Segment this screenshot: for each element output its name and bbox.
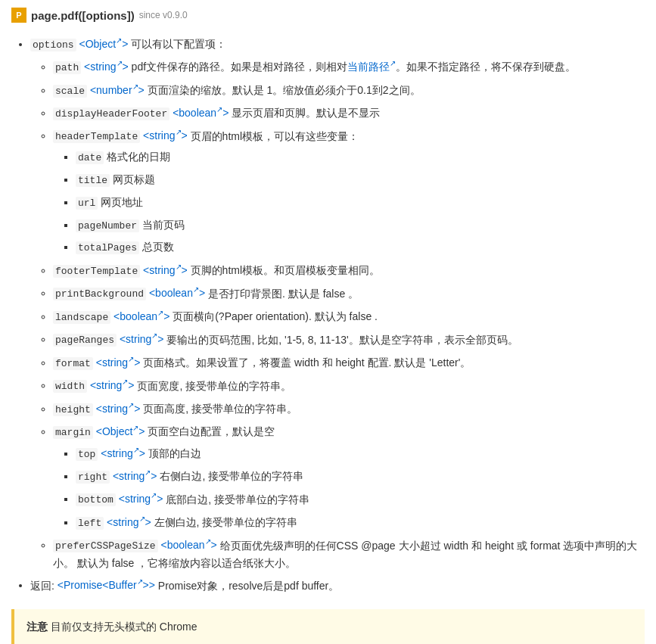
width-type-link[interactable]: <string↗> xyxy=(90,379,135,391)
var-pagenumber-desc: 当前页码 xyxy=(139,219,185,231)
var-pagenumber-label: pageNumber xyxy=(76,219,139,232)
format-type-link[interactable]: <string↗> xyxy=(96,356,141,369)
ft-label: footerTemplate xyxy=(53,265,140,278)
var-date: date 格式化的日期 xyxy=(76,148,645,166)
pr-desc: 要输出的页码范围, 比如, '1-5, 8, 11-13'。默认是空字符串，表示… xyxy=(166,333,518,345)
pb-type-link[interactable]: <boolean↗> xyxy=(149,287,205,299)
var-totalpages-label: totalPages xyxy=(76,241,139,254)
list-item-returns: 返回: <Promise<Buffer↗>> Promise对象，resolve… xyxy=(30,577,645,594)
pr-type-link[interactable]: <string↗> xyxy=(120,333,164,345)
format-desc: 页面格式。如果设置了，将覆盖 width 和 height 配置. 默认是 'L… xyxy=(143,356,471,369)
main-list: options <Object↗> 可以有以下配置项： path <string… xyxy=(11,35,645,594)
list-item-scale: scale <number↗> 页面渲染的缩放。默认是 1。缩放值必须介于0.1… xyxy=(53,81,645,99)
dhf-desc: 显示页眉和页脚。默认是不显示 xyxy=(232,107,380,119)
page-title-bar: P page.pdf([options]) since v0.9.0 xyxy=(11,8,645,23)
margin-type-link[interactable]: <Object↗> xyxy=(96,425,145,437)
page-icon: P xyxy=(11,8,26,23)
margin-bottom-type-link[interactable]: <string↗> xyxy=(119,493,163,505)
var-title-label: title xyxy=(76,174,110,187)
margin-top: top <string↗> 顶部的白边 xyxy=(76,444,645,462)
options-type-link[interactable]: <Object↗> xyxy=(79,38,129,50)
options-label: options xyxy=(30,39,76,51)
var-title-desc: 网页标题 xyxy=(110,173,155,185)
path-desc: pdf文件保存的路径。如果是相对路径，则相对 xyxy=(132,61,347,73)
margin-top-label: top xyxy=(76,448,98,461)
title-text: page.pdf([options]) xyxy=(31,9,135,22)
var-url-desc: 网页地址 xyxy=(98,196,143,208)
options-desc: 可以有以下配置项： xyxy=(131,38,226,50)
list-item-footertemplate: footerTemplate <string↗> 页脚的html模板。和页眉模板… xyxy=(53,261,645,279)
path-current-dir-link[interactable]: 当前路径↗ xyxy=(347,61,396,73)
returns-type-link[interactable]: <Promise<Buffer↗>> xyxy=(58,579,155,591)
list-item-printbackground: printBackground <boolean↗> 是否打印背景图. 默认是 … xyxy=(53,285,645,303)
margin-desc: 页面空白边配置，默认是空 xyxy=(148,425,275,437)
pcps-label: preferCSSPageSize xyxy=(53,540,158,552)
margin-top-type-link[interactable]: <string↗> xyxy=(101,447,145,459)
list-item-landscape: landscape <boolean↗> 页面横向(?Paper orienta… xyxy=(53,307,645,325)
ft-type-link[interactable]: <string↗> xyxy=(143,264,188,276)
list-item-height: height <string↗> 页面高度, 接受带单位的字符串。 xyxy=(53,400,645,418)
note-text: 目前仅支持无头模式的 Chrome xyxy=(48,621,197,633)
margin-bottom-desc: 底部白边, 接受带单位的字符串 xyxy=(166,493,309,505)
margin-right-desc: 右侧白边, 接受带单位的字符串 xyxy=(160,470,303,482)
path-label: path xyxy=(53,61,81,74)
width-desc: 页面宽度, 接受带单位的字符串。 xyxy=(137,379,291,391)
pr-label: pageRanges xyxy=(53,334,117,347)
ht-type-link[interactable]: <string↗> xyxy=(143,129,188,142)
margin-label: margin xyxy=(53,426,93,439)
var-url: url 网页地址 xyxy=(76,194,645,212)
var-title: title 网页标题 xyxy=(76,171,645,189)
margin-top-desc: 顶部的白边 xyxy=(148,447,201,459)
header-vars-list: date 格式化的日期 title 网页标题 url 网页地址 pageNumb… xyxy=(53,148,645,257)
margin-bottom: bottom <string↗> 底部白边, 接受带单位的字符串 xyxy=(76,490,645,509)
margin-right-label: right xyxy=(76,471,110,484)
list-item-width: width <string↗> 页面宽度, 接受带单位的字符串。 xyxy=(53,377,645,395)
format-label: format xyxy=(53,357,93,370)
list-item-prefercsspagesize: preferCSSPageSize <boolean↗> 给页面优先级声明的任何… xyxy=(53,537,645,572)
var-totalpages-desc: 总页数 xyxy=(139,241,174,253)
dhf-label: displayHeaderFooter xyxy=(53,107,169,120)
list-item-pageranges: pageRanges <string↗> 要输出的页码范围, 比如, '1-5,… xyxy=(53,331,645,349)
pb-desc: 是否打印背景图. 默认是 false 。 xyxy=(208,287,359,299)
list-item-margin: margin <Object↗> 页面空白边配置，默认是空 top <strin… xyxy=(53,422,645,531)
list-item-displayheaderfooter: displayHeaderFooter <boolean↗> 显示页眉和页脚。默… xyxy=(53,104,645,122)
margin-right: right <string↗> 右侧白边, 接受带单位的字符串 xyxy=(76,467,645,485)
margin-left-label: left xyxy=(76,517,104,530)
width-label: width xyxy=(53,380,87,393)
landscape-label: landscape xyxy=(53,311,110,324)
var-date-label: date xyxy=(76,151,104,164)
height-desc: 页面高度, 接受带单位的字符串。 xyxy=(143,403,297,415)
margin-left-desc: 左侧白边, 接受带单位的字符串 xyxy=(154,516,298,528)
margin-left-type-link[interactable]: <string↗> xyxy=(107,516,151,528)
version-text: since v0.9.0 xyxy=(139,10,188,20)
height-type-link[interactable]: <string↗> xyxy=(96,403,141,415)
scale-type-link[interactable]: <number↗> xyxy=(90,84,145,96)
landscape-type-link[interactable]: <boolean↗> xyxy=(113,310,169,322)
returns-label: 返回: xyxy=(30,579,58,591)
margin-bottom-label: bottom xyxy=(76,493,116,506)
path-type-link[interactable]: <string↗> xyxy=(84,61,129,73)
var-date-desc: 格式化的日期 xyxy=(104,151,170,163)
list-item-headertemplate: headerTemplate <string↗> 页眉的html模板，可以有这些… xyxy=(53,127,645,257)
ht-desc: 页眉的html模板，可以有这些变量： xyxy=(191,129,359,142)
margin-right-type-link[interactable]: <string↗> xyxy=(113,470,157,482)
dhf-type-link[interactable]: <boolean↗> xyxy=(173,107,229,119)
note-label: 注意 xyxy=(26,621,48,633)
scale-desc: 页面渲染的缩放。默认是 1。缩放值必须介于0.1到2之间。 xyxy=(148,84,421,96)
icon-letter: P xyxy=(16,11,21,20)
ft-desc: 页脚的html模板。和页眉模板变量相同。 xyxy=(191,264,380,276)
path-desc2: 。如果不指定路径，将不保存到硬盘。 xyxy=(396,61,576,73)
list-item-options: options <Object↗> 可以有以下配置项： path <string… xyxy=(30,35,645,572)
note-box: 注意 目前仅支持无头模式的 Chrome xyxy=(11,609,645,644)
list-item-format: format <string↗> 页面格式。如果设置了，将覆盖 width 和 … xyxy=(53,353,645,372)
pcps-type-link[interactable]: <boolean↗> xyxy=(161,539,217,551)
scale-label: scale xyxy=(53,85,87,98)
options-sub-list: path <string↗> pdf文件保存的路径。如果是相对路径，则相对当前路… xyxy=(30,58,645,571)
list-item-path: path <string↗> pdf文件保存的路径。如果是相对路径，则相对当前路… xyxy=(53,58,645,76)
margin-left: left <string↗> 左侧白边, 接受带单位的字符串 xyxy=(76,513,645,531)
var-pagenumber: pageNumber 当前页码 xyxy=(76,216,645,235)
var-url-label: url xyxy=(76,197,98,210)
margin-list: top <string↗> 顶部的白边 right <string↗> 右侧白边… xyxy=(53,444,645,532)
returns-desc: Promise对象，resolve后是pdf buffer。 xyxy=(158,579,339,591)
var-totalpages: totalPages 总页数 xyxy=(76,238,645,257)
